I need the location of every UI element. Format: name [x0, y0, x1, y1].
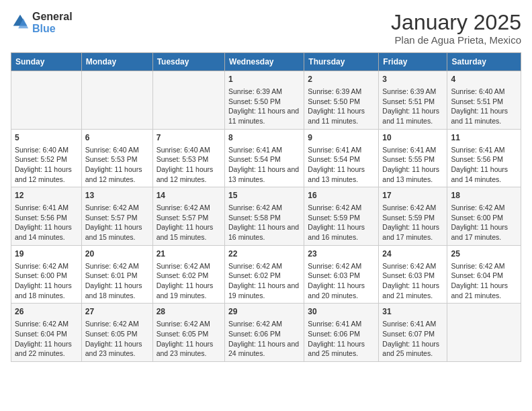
page-subtitle: Plan de Agua Prieta, Mexico [391, 34, 521, 46]
day-info: Daylight: 11 hours and 18 minutes. [15, 281, 78, 300]
day-number: 22 [228, 248, 300, 260]
day-info: Sunset: 5:52 PM [15, 154, 78, 165]
day-info: Sunset: 5:50 PM [228, 97, 300, 107]
day-info: Sunset: 6:02 PM [157, 271, 221, 281]
day-info: Sunset: 6:05 PM [85, 329, 149, 339]
day-info: Sunrise: 6:40 AM [157, 145, 221, 155]
day-info: Sunrise: 6:41 AM [15, 203, 78, 213]
day-info: Daylight: 11 hours and 17 minutes. [451, 222, 517, 242]
calendar-cell: 10Sunrise: 6:41 AMSunset: 5:55 PMDayligh… [379, 129, 447, 187]
calendar-cell: 27Sunrise: 6:42 AMSunset: 6:05 PMDayligh… [81, 304, 152, 362]
day-info: Sunset: 5:57 PM [85, 213, 149, 223]
day-number: 16 [308, 190, 375, 201]
day-info: Daylight: 11 hours and 11 minutes. [228, 106, 300, 126]
day-number: 18 [451, 190, 517, 201]
day-info: Daylight: 11 hours and 15 minutes. [85, 222, 149, 242]
day-number: 12 [15, 190, 78, 201]
calendar-cell [11, 71, 82, 130]
calendar-cell: 5Sunrise: 6:40 AMSunset: 5:52 PMDaylight… [11, 129, 82, 187]
calendar-cell: 12Sunrise: 6:41 AMSunset: 5:56 PMDayligh… [11, 187, 82, 246]
calendar-cell: 16Sunrise: 6:42 AMSunset: 5:59 PMDayligh… [304, 187, 379, 246]
day-number: 23 [308, 248, 375, 260]
day-info: Daylight: 11 hours and 22 minutes. [15, 339, 78, 359]
day-info: Sunrise: 6:40 AM [15, 145, 78, 155]
day-info: Sunset: 6:07 PM [382, 329, 443, 339]
day-info: Sunset: 6:00 PM [451, 213, 517, 223]
day-info: Sunrise: 6:41 AM [382, 145, 443, 155]
day-info: Daylight: 11 hours and 13 minutes. [228, 165, 300, 184]
calendar-week-row: 5Sunrise: 6:40 AMSunset: 5:52 PMDaylight… [11, 129, 521, 187]
day-info: Sunrise: 6:42 AM [228, 203, 300, 213]
day-info: Daylight: 11 hours and 20 minutes. [308, 281, 375, 300]
day-number: 30 [308, 306, 375, 318]
header-sunday: Sunday [11, 53, 82, 71]
page-header: General Blue January 2025 Plan de Agua P… [11, 11, 521, 46]
calendar-cell: 7Sunrise: 6:40 AMSunset: 5:53 PMDaylight… [152, 129, 224, 187]
day-info: Sunrise: 6:39 AM [228, 87, 300, 97]
calendar-cell: 11Sunrise: 6:41 AMSunset: 5:56 PMDayligh… [447, 129, 521, 187]
day-info: Sunset: 5:58 PM [228, 213, 300, 223]
header-friday: Friday [379, 53, 447, 71]
day-number: 5 [15, 132, 78, 144]
day-info: Sunset: 5:55 PM [382, 154, 443, 165]
day-info: Sunset: 6:05 PM [157, 329, 221, 339]
day-number: 19 [15, 248, 78, 260]
day-info: Sunrise: 6:42 AM [157, 203, 221, 213]
day-info: Daylight: 11 hours and 11 minutes. [382, 106, 443, 126]
title-block: January 2025 Plan de Agua Prieta, Mexico [391, 11, 521, 46]
day-info: Sunset: 6:04 PM [15, 329, 78, 339]
day-number: 8 [228, 132, 300, 144]
day-info: Daylight: 11 hours and 14 minutes. [15, 222, 78, 242]
day-info: Sunset: 5:53 PM [157, 154, 221, 165]
day-info: Sunset: 5:54 PM [228, 154, 300, 165]
day-info: Sunrise: 6:42 AM [382, 203, 443, 213]
header-saturday: Saturday [447, 53, 521, 71]
day-info: Daylight: 11 hours and 16 minutes. [308, 222, 375, 242]
day-info: Sunrise: 6:39 AM [308, 87, 375, 97]
calendar-cell: 14Sunrise: 6:42 AMSunset: 5:57 PMDayligh… [152, 187, 224, 246]
calendar-week-row: 1Sunrise: 6:39 AMSunset: 5:50 PMDaylight… [11, 71, 521, 130]
day-info: Sunrise: 6:41 AM [382, 319, 443, 329]
calendar-cell: 15Sunrise: 6:42 AMSunset: 5:58 PMDayligh… [225, 187, 304, 246]
day-info: Sunrise: 6:41 AM [308, 145, 375, 155]
day-info: Sunrise: 6:42 AM [451, 261, 517, 271]
day-number: 17 [382, 190, 443, 201]
day-info: Daylight: 11 hours and 11 minutes. [308, 106, 375, 126]
day-number: 1 [228, 74, 300, 85]
day-info: Sunset: 6:04 PM [451, 271, 517, 281]
day-info: Sunset: 6:00 PM [15, 271, 78, 281]
page-title: January 2025 [391, 11, 521, 34]
calendar-week-row: 19Sunrise: 6:42 AMSunset: 6:00 PMDayligh… [11, 245, 521, 304]
calendar-cell: 3Sunrise: 6:39 AMSunset: 5:51 PMDaylight… [379, 71, 447, 130]
calendar-cell: 20Sunrise: 6:42 AMSunset: 6:01 PMDayligh… [81, 245, 152, 304]
calendar-cell: 22Sunrise: 6:42 AMSunset: 6:02 PMDayligh… [225, 245, 304, 304]
calendar-cell: 1Sunrise: 6:39 AMSunset: 5:50 PMDaylight… [225, 71, 304, 130]
calendar-table: SundayMondayTuesdayWednesdayThursdayFrid… [11, 52, 521, 362]
day-info: Sunset: 6:03 PM [382, 271, 443, 281]
calendar-cell [81, 71, 152, 130]
day-number: 3 [382, 74, 443, 85]
day-number: 6 [85, 132, 149, 144]
day-info: Daylight: 11 hours and 12 minutes. [85, 165, 149, 184]
calendar-header-row: SundayMondayTuesdayWednesdayThursdayFrid… [11, 53, 521, 71]
day-info: Daylight: 11 hours and 17 minutes. [382, 222, 443, 242]
day-info: Daylight: 11 hours and 19 minutes. [228, 281, 300, 300]
day-info: Sunrise: 6:42 AM [308, 261, 375, 271]
day-info: Daylight: 11 hours and 21 minutes. [382, 281, 443, 300]
day-info: Sunset: 5:59 PM [382, 213, 443, 223]
day-number: 26 [15, 306, 78, 318]
day-number: 27 [85, 306, 149, 318]
day-info: Sunset: 5:57 PM [157, 213, 221, 223]
calendar-cell: 24Sunrise: 6:42 AMSunset: 6:03 PMDayligh… [379, 245, 447, 304]
calendar-cell: 8Sunrise: 6:41 AMSunset: 5:54 PMDaylight… [225, 129, 304, 187]
day-info: Daylight: 11 hours and 12 minutes. [15, 165, 78, 184]
day-info: Sunrise: 6:39 AM [382, 87, 443, 97]
day-info: Daylight: 11 hours and 21 minutes. [451, 281, 517, 300]
day-number: 31 [382, 306, 443, 318]
calendar-cell: 2Sunrise: 6:39 AMSunset: 5:50 PMDaylight… [304, 71, 379, 130]
calendar-cell: 30Sunrise: 6:41 AMSunset: 6:06 PMDayligh… [304, 304, 379, 362]
header-tuesday: Tuesday [152, 53, 224, 71]
calendar-cell [447, 304, 521, 362]
day-info: Sunrise: 6:42 AM [85, 319, 149, 329]
calendar-cell: 13Sunrise: 6:42 AMSunset: 5:57 PMDayligh… [81, 187, 152, 246]
